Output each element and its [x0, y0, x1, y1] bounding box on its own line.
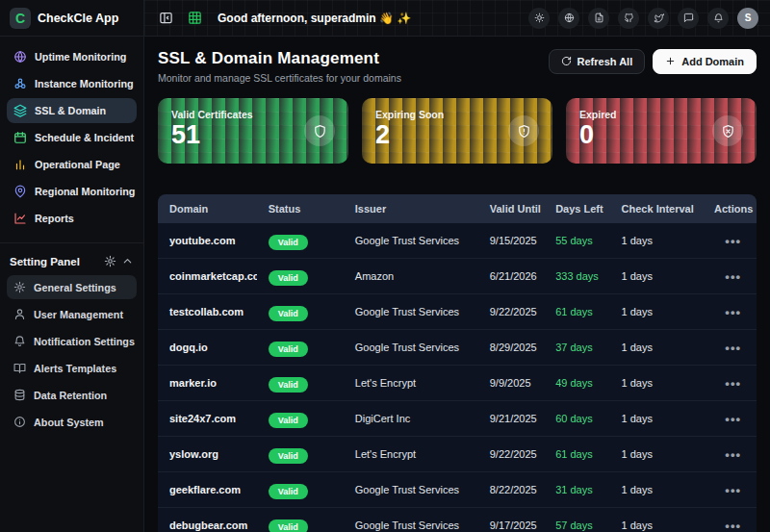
check-interval-cell: 1 days — [610, 342, 703, 353]
status-cell: Valid — [257, 267, 344, 286]
grid-icon[interactable] — [185, 9, 204, 28]
sidebar-item-label: Operational Page — [35, 159, 120, 170]
twitter-icon-button[interactable] — [648, 8, 669, 29]
issuer-cell: Google Trust Services — [344, 306, 478, 317]
nodes-icon — [13, 77, 27, 90]
bell-icon-button[interactable] — [707, 8, 729, 29]
domain-cell: testcollab.com — [158, 306, 257, 317]
issuer-cell: Let's Encrypt — [344, 448, 478, 460]
issuer-cell: Let's Encrypt — [344, 377, 478, 389]
stat-card-expired: Expired0 — [566, 98, 757, 164]
gear-icon — [104, 255, 116, 267]
app-logo-row: C CheckCle App — [0, 0, 143, 37]
setting-item-data-retention[interactable]: Data Retention — [7, 383, 137, 407]
setting-item-about-system[interactable]: About System — [7, 410, 137, 434]
status-cell: Valid — [257, 410, 344, 428]
status-badge: Valid — [269, 519, 308, 532]
row-actions-menu-button[interactable]: ••• — [725, 519, 741, 532]
app-title: CheckCle App — [38, 12, 118, 25]
column-header-domain: Domain — [158, 203, 257, 215]
file-text-icon-button[interactable] — [588, 8, 609, 29]
sidebar-item-label: Uptime Monitoring — [35, 51, 126, 63]
status-cell: Valid — [257, 374, 344, 393]
panel-left-icon[interactable] — [156, 9, 175, 28]
setting-item-label: Alerts Templates — [34, 363, 116, 374]
chevron-up-icon[interactable] — [121, 255, 134, 267]
row-actions-menu-button[interactable]: ••• — [725, 341, 741, 355]
sun-icon-button[interactable] — [528, 8, 550, 29]
row-actions-menu-button[interactable]: ••• — [725, 412, 741, 426]
layers-icon — [13, 104, 27, 117]
domain-cell: geekflare.com — [158, 484, 257, 495]
table-body: youtube.comValidGoogle Trust Services9/1… — [158, 223, 757, 532]
days-left-cell: 333 days — [544, 270, 609, 282]
status-cell: Valid — [257, 481, 344, 499]
user-icon — [13, 308, 26, 320]
row-actions-menu-button[interactable]: ••• — [725, 376, 741, 391]
row-actions-menu-button[interactable]: ••• — [725, 305, 741, 319]
table-row: coinmarketcap.comValidAmazon6/21/2026333… — [158, 259, 757, 294]
github-icon-button[interactable] — [618, 8, 639, 29]
status-badge: Valid — [269, 448, 308, 464]
table-header-row: DomainStatusIssuerValid UntilDays LeftCh… — [158, 194, 757, 223]
issuer-cell: Google Trust Services — [344, 342, 478, 353]
app-logo-icon: C — [10, 8, 31, 29]
stat-card-expiring-soon: Expiring Soon2 — [362, 98, 552, 164]
check-interval-cell: 1 days — [610, 377, 703, 389]
status-badge: Valid — [269, 235, 308, 250]
refresh-all-button[interactable]: Refresh All — [549, 49, 646, 74]
row-actions-menu-button[interactable]: ••• — [725, 269, 741, 284]
check-interval-cell: 1 days — [610, 235, 703, 246]
setting-item-alerts-templates[interactable]: Alerts Templates — [7, 356, 137, 380]
domain-cell: debugbear.com — [158, 519, 257, 531]
sidebar-item-label: SSL & Domain — [35, 105, 106, 116]
valid-until-cell: 9/22/2025 — [478, 448, 544, 460]
ssl-table: DomainStatusIssuerValid UntilDays LeftCh… — [158, 194, 757, 532]
sidebar-item-instance-monitoring[interactable]: Instance Monitoring — [7, 71, 137, 96]
sidebar-item-ssl-domain[interactable]: SSL & Domain — [7, 98, 137, 123]
table-row: testcollab.comValidGoogle Trust Services… — [158, 294, 757, 330]
setting-panel-title: Setting Panel — [10, 256, 99, 267]
add-domain-button[interactable]: Add Domain — [653, 49, 757, 74]
domain-cell: coinmarketcap.com — [158, 270, 257, 282]
row-actions-menu-button[interactable]: ••• — [725, 483, 741, 497]
status-badge: Valid — [269, 484, 308, 499]
sidebar-item-reports[interactable]: Reports — [7, 206, 137, 231]
status-cell: Valid — [257, 339, 344, 357]
page-subtitle: Monitor and manage SSL certificates for … — [158, 72, 401, 84]
check-interval-cell: 1 days — [610, 413, 703, 424]
row-actions-menu-button[interactable]: ••• — [725, 447, 741, 462]
check-interval-cell: 1 days — [610, 270, 703, 282]
setting-item-label: Data Retention — [34, 390, 107, 401]
setting-item-user-management[interactable]: User Management — [7, 302, 137, 326]
sidebar-item-regional-monitoring[interactable]: Regional Monitoring — [7, 179, 137, 204]
issuer-cell: DigiCert Inc — [344, 413, 478, 424]
globe-icon-button[interactable] — [558, 8, 579, 29]
valid-until-cell: 8/29/2025 — [478, 342, 544, 353]
sidebar-nav: Uptime MonitoringInstance MonitoringSSL … — [0, 37, 143, 237]
row-actions-menu-button[interactable]: ••• — [725, 234, 741, 248]
column-header-days-left: Days Left — [544, 203, 609, 215]
app-root: C CheckCle App Uptime MonitoringInstance… — [0, 0, 770, 532]
setting-panel-header[interactable]: Setting Panel — [0, 243, 143, 275]
days-left-cell: 37 days — [544, 342, 609, 353]
setting-item-general-settings[interactable]: General Settings — [7, 275, 137, 299]
column-header-valid-until: Valid Until — [478, 203, 544, 215]
table-row: geekflare.comValidGoogle Trust Services8… — [158, 472, 757, 508]
message-icon-button[interactable] — [678, 8, 699, 29]
topbar-actions: S — [528, 8, 758, 29]
sidebar-item-operational-page[interactable]: Operational Page — [7, 152, 137, 177]
bar-chart-icon — [13, 158, 27, 171]
shield-x-icon — [712, 115, 743, 146]
avatar[interactable]: S — [737, 8, 758, 29]
page-title: SSL & Domain Management — [158, 49, 401, 68]
check-interval-cell: 1 days — [610, 306, 703, 317]
sidebar-item-label: Schedule & Incident — [35, 132, 134, 143]
book-icon — [13, 362, 26, 374]
setting-item-label: General Settings — [34, 282, 116, 293]
sidebar-item-schedule-incident[interactable]: Schedule & Incident — [7, 125, 137, 150]
valid-until-cell: 8/22/2025 — [478, 484, 544, 495]
setting-item-notification-settings[interactable]: Notification Settings — [7, 329, 137, 353]
plus-icon — [665, 56, 676, 68]
sidebar-item-uptime-monitoring[interactable]: Uptime Monitoring — [7, 44, 137, 69]
